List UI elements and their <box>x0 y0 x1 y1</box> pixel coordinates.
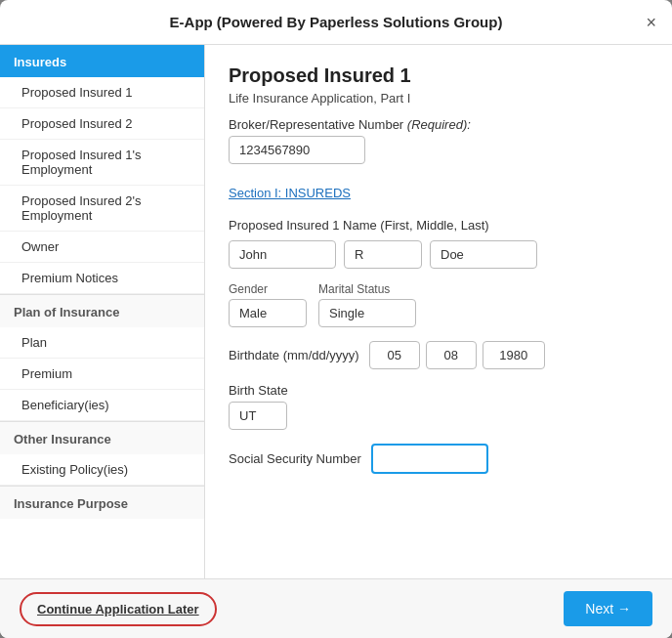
gender-marital-row: Gender Marital Status <box>229 282 649 327</box>
gender-group: Gender <box>229 282 307 327</box>
gender-label: Gender <box>229 282 307 296</box>
section-link[interactable]: Section I: INSUREDS <box>229 186 351 200</box>
broker-input[interactable] <box>229 136 365 164</box>
birth-day-input[interactable] <box>426 341 477 369</box>
modal-footer: Continue Application Later Next → <box>0 578 672 638</box>
ssn-input[interactable] <box>371 444 488 474</box>
birth-state-section: Birth State <box>229 383 649 430</box>
ssn-label: Social Security Number <box>229 451 361 466</box>
sidebar-item-proposed-insured-1[interactable]: Proposed Insured 1 <box>0 77 204 108</box>
sidebar-item-premium[interactable]: Premium <box>0 359 204 390</box>
marital-input[interactable] <box>318 299 416 327</box>
sidebar: Insureds Proposed Insured 1 Proposed Ins… <box>0 45 205 578</box>
sidebar-item-premium-notices[interactable]: Premium Notices <box>0 263 204 294</box>
first-name-input[interactable] <box>229 240 336 269</box>
birth-state-label: Birth State <box>229 383 649 398</box>
modal-container: E-App (Powered By Paperless Solutions Gr… <box>0 0 672 638</box>
sidebar-other-header: Other Insurance <box>0 421 204 454</box>
birthdate-label: Birthdate (mm/dd/yyyy) <box>229 348 359 362</box>
birth-state-input[interactable] <box>229 402 287 430</box>
sidebar-insurance-purpose-header: Insurance Purpose <box>0 486 204 519</box>
sidebar-insureds-header: Insureds <box>0 45 204 77</box>
marital-group: Marital Status <box>318 282 416 327</box>
name-row <box>229 240 649 269</box>
subtitle: Life Insurance Application, Part I <box>229 91 649 106</box>
modal-body: Insureds Proposed Insured 1 Proposed Ins… <box>0 45 672 578</box>
last-name-input[interactable] <box>430 240 537 269</box>
sidebar-item-existing-policies[interactable]: Existing Policy(ies) <box>0 454 204 486</box>
sidebar-item-beneficiaries[interactable]: Beneficiary(ies) <box>0 390 204 421</box>
sidebar-item-proposed-insured-2[interactable]: Proposed Insured 2 <box>0 108 204 140</box>
middle-name-input[interactable] <box>344 240 422 269</box>
birth-year-input[interactable] <box>483 341 545 369</box>
broker-label: Broker/Representative Number (Required): <box>229 117 649 132</box>
sidebar-item-proposed-insured-1-employment[interactable]: Proposed Insured 1's Employment <box>0 140 204 186</box>
sidebar-item-plan[interactable]: Plan <box>0 327 204 359</box>
ssn-row: Social Security Number <box>229 444 649 474</box>
sidebar-item-proposed-insured-2-employment[interactable]: Proposed Insured 2's Employment <box>0 186 204 232</box>
page-title: Proposed Insured 1 <box>229 64 649 87</box>
marital-label: Marital Status <box>318 282 416 296</box>
birthdate-row: Birthdate (mm/dd/yyyy) <box>229 341 649 369</box>
modal-header: E-App (Powered By Paperless Solutions Gr… <box>0 0 672 45</box>
gender-input[interactable] <box>229 299 307 327</box>
close-button[interactable]: × <box>646 14 656 31</box>
sidebar-item-owner[interactable]: Owner <box>0 232 204 263</box>
next-button[interactable]: Next → <box>564 591 652 626</box>
modal-title: E-App (Powered By Paperless Solutions Gr… <box>170 14 503 30</box>
continue-later-button[interactable]: Continue Application Later <box>20 592 217 626</box>
main-content: Proposed Insured 1 Life Insurance Applic… <box>205 45 672 578</box>
birth-month-input[interactable] <box>369 341 420 369</box>
sidebar-plan-header: Plan of Insurance <box>0 294 204 327</box>
name-label: Proposed Insured 1 Name (First, Middle, … <box>229 218 649 233</box>
